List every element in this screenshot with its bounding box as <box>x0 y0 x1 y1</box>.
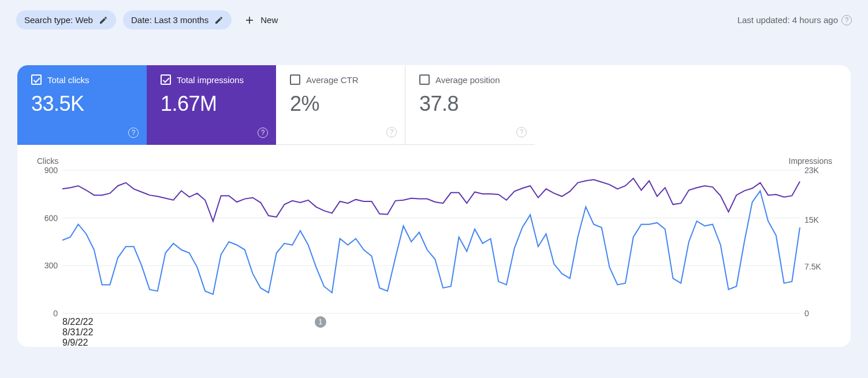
help-icon[interactable]: ? <box>841 15 852 25</box>
x-tick: 9/9/22 <box>62 338 800 347</box>
chart: Clicks Impressions 030060090007.5K15K23K… <box>17 145 851 347</box>
help-icon[interactable]: ? <box>386 127 397 137</box>
add-filter-label: New <box>260 15 278 25</box>
tile-value: 2% <box>290 92 394 116</box>
y-right-tick: 23K <box>804 166 833 175</box>
y-right-tick: 0 <box>804 309 833 318</box>
y-right-tick: 7.5K <box>804 262 833 271</box>
checkbox-icon <box>290 74 300 85</box>
tile-value: 33.5K <box>31 92 136 116</box>
tile-label: Total clicks <box>47 75 90 85</box>
y-left-tick: 0 <box>25 309 58 318</box>
tile-value: 1.67M <box>161 92 266 116</box>
y-right-tick: 15K <box>804 215 833 224</box>
x-tick: 8/22/22 <box>62 317 800 327</box>
plus-icon <box>244 15 255 25</box>
metric-tiles: Total clicks 33.5K ? Total impressions 1… <box>17 65 851 145</box>
checkbox-icon <box>419 74 430 85</box>
pencil-icon <box>99 16 108 25</box>
pencil-icon <box>214 16 223 25</box>
filter-search-type[interactable]: Search type: Web <box>16 10 116 29</box>
tile-value: 37.8 <box>419 92 524 116</box>
add-filter-button[interactable]: New <box>244 15 278 25</box>
filter-date-label: Date: Last 3 months <box>131 15 208 25</box>
chart-plot[interactable]: 030060090007.5K15K23K1 <box>25 167 833 317</box>
tile-average-ctr[interactable]: Average CTR 2% ? <box>276 65 405 145</box>
help-icon[interactable]: ? <box>516 127 527 137</box>
filter-search-type-label: Search type: Web <box>24 15 93 25</box>
tile-total-clicks[interactable]: Total clicks 33.5K ? <box>17 65 147 145</box>
left-axis-title: Clicks <box>37 156 58 166</box>
y-left-tick: 900 <box>25 166 58 175</box>
filter-date[interactable]: Date: Last 3 months <box>123 10 232 29</box>
performance-card: Total clicks 33.5K ? Total impressions 1… <box>17 65 851 347</box>
tile-label: Average CTR <box>306 75 359 85</box>
tile-label: Total impressions <box>177 75 244 85</box>
tile-label: Average position <box>435 75 500 85</box>
help-icon[interactable]: ? <box>258 128 268 138</box>
y-left-tick: 600 <box>25 214 58 223</box>
last-updated: Last updated: 4 hours ago ? <box>737 15 852 25</box>
tile-average-position[interactable]: Average position 37.8 ? <box>405 65 535 145</box>
checkbox-icon <box>161 74 171 85</box>
checkbox-icon <box>31 74 42 85</box>
tile-total-impressions[interactable]: Total impressions 1.67M ? <box>147 65 276 145</box>
right-axis-title: Impressions <box>789 156 832 166</box>
y-left-tick: 300 <box>25 261 58 270</box>
last-updated-text: Last updated: 4 hours ago <box>737 15 838 25</box>
x-axis-labels: 8/22/228/31/229/9/229/18/229/27/2210/6/2… <box>62 317 800 330</box>
x-tick: 8/31/22 <box>62 327 800 338</box>
help-icon[interactable]: ? <box>128 128 139 138</box>
